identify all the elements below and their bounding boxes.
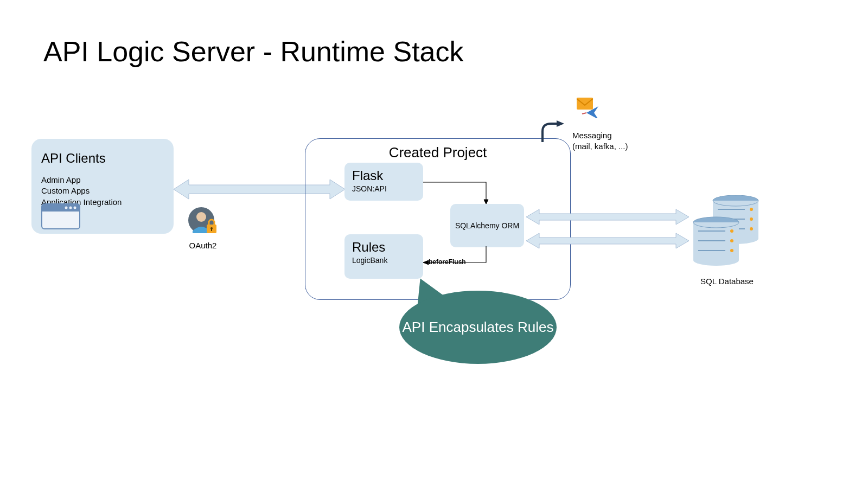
flask-box: Flask JSON:API <box>344 163 423 201</box>
svg-point-4 <box>69 207 72 209</box>
svg-point-27 <box>750 217 753 221</box>
api-clients-list: Admin App Custom Apps Application Integr… <box>41 175 164 208</box>
svg-point-37 <box>730 239 733 242</box>
svg-point-29 <box>750 227 753 230</box>
rules-title: Rules <box>352 240 416 255</box>
created-project-title: Created Project <box>389 144 487 161</box>
flask-title: Flask <box>352 168 416 183</box>
messaging-label: Messaging (mail, kafka, ...) <box>572 130 628 151</box>
bidirectional-arrow-icon <box>526 208 689 226</box>
rules-box: Rules LogicBank <box>344 234 423 279</box>
page-title: API Logic Server - Runtime Stack <box>43 35 464 68</box>
database-stack-icon <box>692 195 762 271</box>
messaging-group: Messaging (mail, kafka, ...) <box>572 97 628 151</box>
messaging-line2: (mail, kafka, ...) <box>572 141 628 152</box>
api-clients-item: Admin App <box>41 175 164 185</box>
database-label: SQL Database <box>692 277 762 286</box>
messaging-arrow-icon <box>539 120 564 142</box>
oauth2-label: OAuth2 <box>187 241 219 250</box>
api-clients-item: Custom Apps <box>41 185 164 196</box>
bidirectional-arrow-icon <box>526 232 689 249</box>
svg-point-32 <box>693 255 739 266</box>
api-clients-box: API Clients Admin App Custom Apps Applic… <box>31 139 174 234</box>
svg-point-39 <box>730 249 733 252</box>
svg-rect-10 <box>211 228 212 231</box>
callout-ellipse: API Encapsulates Rules <box>399 291 557 364</box>
mail-send-icon <box>575 97 599 118</box>
messaging-line1: Messaging <box>572 130 628 141</box>
svg-line-17 <box>582 113 586 114</box>
svg-marker-14 <box>557 120 564 127</box>
flask-to-orm-arrow <box>423 181 494 208</box>
database-group: SQL Database <box>692 195 762 286</box>
svg-point-3 <box>65 207 68 209</box>
oauth2-icon-group: OAuth2 <box>187 207 219 250</box>
flask-subtitle: JSON:API <box>352 184 416 193</box>
svg-marker-13 <box>423 260 429 265</box>
sqlalchemy-box: SQLAlchemy ORM <box>450 204 524 247</box>
svg-rect-2 <box>42 210 80 212</box>
browser-window-icon <box>41 203 80 229</box>
svg-marker-18 <box>526 209 689 225</box>
rules-subtitle: LogicBank <box>352 256 416 265</box>
svg-point-7 <box>196 212 206 222</box>
svg-point-5 <box>74 207 76 209</box>
svg-marker-12 <box>484 200 488 204</box>
callout-text: API Encapsulates Rules <box>403 319 554 336</box>
svg-point-25 <box>750 208 753 211</box>
before-flush-label: beforeFlush <box>429 258 466 266</box>
user-lock-icon <box>187 207 219 235</box>
svg-marker-19 <box>526 233 689 248</box>
api-clients-title: API Clients <box>41 151 164 166</box>
svg-point-35 <box>730 229 733 233</box>
svg-rect-15 <box>577 98 593 110</box>
